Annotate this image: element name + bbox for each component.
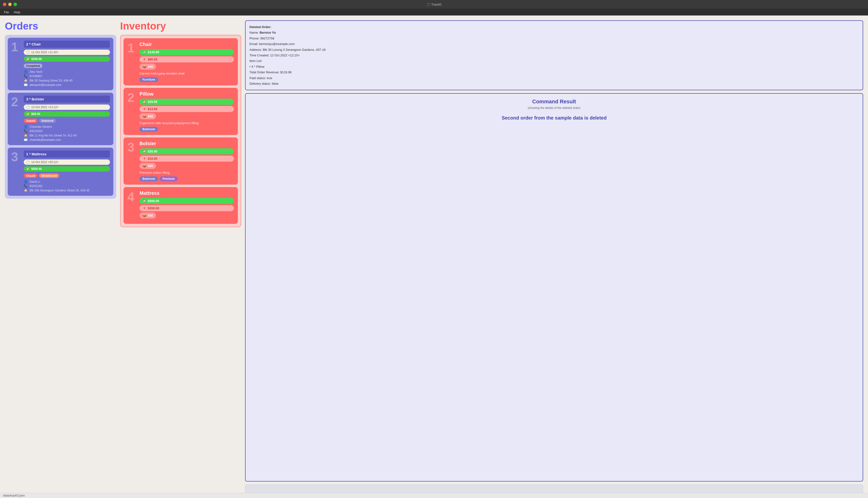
order-details-3: 1 * Mattress 🕐 14 Oct 2022 <20:12> ✅ $50…	[24, 150, 110, 193]
inv-tag-bedroom-2: Bedroom	[140, 127, 158, 132]
order-phone-1: 📞 87438807	[24, 74, 110, 78]
deleted-order-address: Address: Blk 30 Lorong 3 Serangoon Garde…	[250, 47, 859, 53]
orders-list: 1 2 * Chair 🕐 11 Oct 2022 <11:42> ✅ $299…	[5, 35, 116, 199]
order-card-2[interactable]: 2 3 * Bolster 🕐 13 Oct 2022 <13:12> ✅ $6…	[8, 93, 113, 145]
person-icon-3: 👤	[24, 180, 28, 183]
orders-panel: Orders 1 2 * Chair 🕐 11 Oct 2022 <11:42>…	[5, 20, 116, 493]
down-arrow-icon: 🔻	[142, 57, 146, 61]
order-email-1: ✉️ alexyeoh@example.com	[24, 83, 110, 87]
order-phone-3: 📞 91031282	[24, 184, 110, 188]
order-name-1: 👤 Alex Yeoh	[24, 70, 110, 74]
inv-stock-4: 📦 300	[140, 212, 156, 219]
money-icon-3: ✅	[26, 167, 30, 171]
menu-file[interactable]: File	[4, 10, 9, 14]
deleted-order-revenue: Total Order Revenue: $119.96	[250, 69, 859, 75]
stock-icon: 📦	[142, 65, 146, 68]
phone-icon-3: 📞	[24, 184, 28, 188]
command-result-title: Command Result	[250, 99, 859, 105]
deleted-order-delivery: Delivery status: false	[250, 81, 859, 87]
person-icon: 👤	[24, 70, 28, 74]
inv-sell-price-1: 🏠 $149.99	[140, 49, 234, 55]
inv-card-1[interactable]: 1 Chair 🏠 $149.99 🔻 $80.50 📦 300	[124, 38, 238, 86]
menubar: File Help	[0, 9, 868, 15]
clock-icon-3: 🕐	[26, 160, 30, 164]
email-icon: ✉️	[24, 83, 28, 87]
deleted-order-items-label: Item List:	[250, 58, 859, 64]
inv-card-3[interactable]: 3 Bolster 🏠 $20.00 🔻 $10.00 📦 300	[124, 137, 238, 185]
menu-help[interactable]: Help	[14, 10, 20, 14]
order-address-2: 🏠 Blk 11 Ang Mo Kio Street 74, #11-04	[24, 134, 110, 137]
stock-icon-2: 📦	[142, 115, 146, 118]
inv-stock-1: 📦 300	[140, 64, 156, 70]
inv-number-2: 2	[127, 91, 136, 104]
phone-icon-2: 📞	[24, 129, 28, 133]
deleted-order-box: Deleted Order: Name: Bernice Yu Phone: 9…	[245, 20, 863, 90]
inv-desc-3: Premium cotton filling	[140, 171, 234, 174]
order-price-1: ✅ $299.98	[24, 56, 110, 62]
inv-number-1: 1	[127, 42, 136, 54]
minimize-button[interactable]	[8, 3, 12, 6]
email-icon-2: ✉️	[24, 138, 28, 142]
down-arrow-icon-4: 🔻	[142, 206, 146, 210]
up-arrow-icon-3: 🏠	[142, 149, 146, 153]
badge-unpaid-2: Unpaid	[24, 119, 38, 123]
up-arrow-icon: 🏠	[142, 50, 146, 54]
order-title-3: 1 * Mattress	[24, 150, 110, 158]
clock-icon: 🕐	[26, 51, 30, 54]
inv-desc-1: Carved mahogany wooden chair	[140, 71, 234, 75]
order-card-3[interactable]: 3 1 * Mattress 🕐 14 Oct 2022 <20:12> ✅ $…	[8, 148, 113, 196]
order-details-2: 3 * Bolster 🕐 13 Oct 2022 <13:12> ✅ $60.…	[24, 95, 110, 142]
order-card-1[interactable]: 1 2 * Chair 🕐 11 Oct 2022 <11:42> ✅ $299…	[8, 38, 113, 90]
inv-cost-price-2: 🔻 $14.99	[140, 106, 234, 112]
order-badges-1: Completed	[24, 64, 110, 68]
inv-sell-price-4: 🏠 $500.00	[140, 198, 234, 204]
home-icon-3: 🏠	[24, 188, 28, 192]
command-result-box: Command Result (showing the details of t…	[245, 93, 863, 482]
inv-sell-price-3: 🏠 $20.00	[140, 148, 234, 154]
phone-icon: 📞	[24, 74, 28, 78]
inv-cost-price-1: 🔻 $80.50	[140, 56, 234, 63]
order-number-2: 2	[11, 95, 21, 108]
close-button[interactable]	[3, 3, 6, 6]
badge-completed: Completed	[24, 64, 42, 68]
money-icon-2: ✅	[26, 112, 30, 116]
main-content: Orders 1 2 * Chair 🕐 11 Oct 2022 <11:42>…	[0, 15, 868, 498]
inv-tag-furniture: Furniture	[140, 77, 158, 82]
statusbar: /data/trackO.json	[0, 493, 868, 498]
inv-name-2: Pillow	[140, 91, 234, 97]
inv-name-1: Chair	[140, 42, 234, 47]
deleted-order-name: Name: Bernice Yu	[250, 30, 859, 35]
order-number-3: 3	[11, 150, 21, 163]
deleted-order-time: Time Created: 12 Oct 2022 <12:15>	[250, 53, 859, 58]
titlebar: 🎵 TrackO	[0, 0, 868, 9]
order-details-1: 2 * Chair 🕐 11 Oct 2022 <11:42> ✅ $299.9…	[24, 41, 110, 87]
inv-cost-price-3: 🔻 $10.00	[140, 156, 234, 162]
inv-card-4[interactable]: 4 Mattress 🏠 $500.00 🔻 $200.00 📦 300	[124, 187, 238, 224]
order-date-2: 🕐 13 Oct 2022 <13:12>	[24, 105, 110, 110]
inv-details-2: Pillow 🏠 $29.99 🔻 $14.99 📦 300 Ergonomic…	[140, 91, 234, 132]
inv-details-4: Mattress 🏠 $500.00 🔻 $200.00 📦 300	[140, 191, 234, 221]
order-number-1: 1	[11, 41, 21, 53]
maximize-button[interactable]	[14, 3, 17, 6]
inv-tag-premium-3: Premium	[159, 176, 178, 181]
order-badges-3: Unpaid Undelivered	[24, 173, 110, 178]
stock-icon-3: 📦	[142, 164, 146, 168]
inv-tag-bedroom-3: Bedroom	[140, 176, 158, 181]
order-price-2: ✅ $60.00	[24, 111, 110, 117]
command-input[interactable]	[245, 484, 863, 493]
badge-unpaid-3: Unpaid	[24, 173, 38, 178]
order-date-3: 🕐 14 Oct 2022 <20:12>	[24, 159, 110, 165]
order-name-2: 👤 Charlotte Oliveiro	[24, 125, 110, 129]
badge-undelivered-3: Undelivered	[39, 173, 59, 178]
money-icon: ✅	[26, 57, 30, 61]
inv-number-4: 4	[127, 191, 136, 203]
deleted-order-email: Email: berniceyu@example.com	[250, 41, 859, 47]
up-arrow-icon-4: 🏠	[142, 199, 146, 203]
order-phone-2: 📞 93210283	[24, 129, 110, 133]
order-address-1: 🏠 Blk 30 Geylang Street 29, #06-40	[24, 79, 110, 82]
inv-card-2[interactable]: 2 Pillow 🏠 $29.99 🔻 $14.99 📦 300	[124, 88, 238, 135]
order-title-2: 3 * Bolster	[24, 95, 110, 103]
clock-icon-2: 🕐	[26, 105, 30, 109]
deleted-order-phone: Phone: 99272758	[250, 36, 859, 41]
order-email-2: ✉️ charlotte@example.com	[24, 138, 110, 142]
